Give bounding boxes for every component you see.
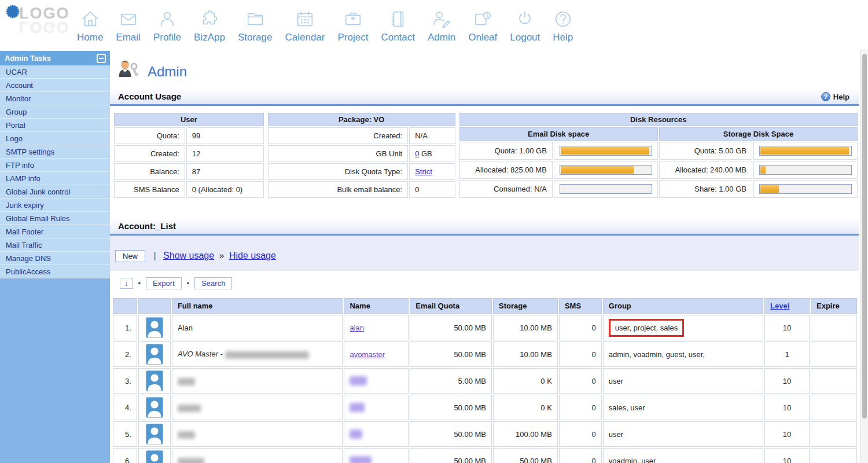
account-table: Full nameNameEmail QuotaStorageSMSGroupL… [112,297,858,463]
row-number: 5. [113,421,137,447]
nav-item-logout[interactable]: Logout [503,8,546,43]
nav-item-bizapp[interactable]: BizApp [187,8,231,43]
group-cell: user, project, sales [603,315,763,340]
question-icon [553,8,573,30]
sidebar-item-ftp-info[interactable]: FTP info [0,159,110,172]
user-avatar-icon[interactable] [144,344,165,365]
usage-value: 87 [186,163,264,180]
sidebar-item-publicaccess[interactable]: PublicAccess [0,265,110,278]
nav-item-profile[interactable]: Profile [147,8,187,43]
storage-cell: 100.00 MB [493,421,558,447]
usage-value-link[interactable]: Strict [415,167,432,176]
profile-icon [157,8,177,30]
usage-value: 12 [186,145,264,162]
user-avatar-icon[interactable] [144,317,165,338]
user-avatar-icon[interactable] [144,424,165,444]
nav-item-calendar[interactable]: Calendar [278,8,331,43]
home-icon [80,8,100,30]
sidebar-item-ucar[interactable]: UCAR [0,65,110,79]
expire-cell [811,315,857,340]
storage-cell: 0 K [493,368,558,394]
full-name: Alan [178,324,193,332]
account-row: 5.50.00 MB100.00 MB0user10 [113,421,857,447]
nav-item-project[interactable]: Project [331,8,374,43]
sidebar-header: Admin Tasks [0,51,110,65]
redacted-text [178,378,195,385]
nav-item-onleaf[interactable]: Onleaf [462,8,503,43]
sidebar-item-group[interactable]: Group [0,105,110,119]
sidebar-item-lamp-info[interactable]: LAMP info [0,172,110,185]
sidebar-item-smtp-settings[interactable]: SMTP settings [0,145,110,159]
package-table-row: Created:N/A [268,127,455,144]
sort-button[interactable]: ↓ [120,278,133,289]
user-avatar-icon[interactable] [144,450,165,463]
redacted-text [178,458,204,463]
level-cell: 1 [764,341,810,367]
package-table-row: Disk Quota Type:Strict [268,163,455,180]
account-name-link[interactable]: alan [350,324,364,332]
level-cell: 10 [764,315,810,340]
export-button[interactable]: Export [146,277,182,289]
storage-disk-label: Share: 1.00 GB [659,180,752,198]
nav-item-storage[interactable]: Storage [231,8,279,43]
sidebar-item-global-junk-control[interactable]: Global Junk control [0,185,110,199]
brand-area: LOGO LOGO [0,0,71,51]
list-toolbar: ↓ • Export • Search [120,277,868,289]
sidebar-item-mail-traffic[interactable]: Mail Traffic [0,238,110,252]
bullet-separator: • [187,279,190,288]
nav-item-email[interactable]: Email [109,8,147,43]
usage-label: Balance: [114,163,185,180]
email-disk-label: Consumed: N/A [459,180,553,198]
sidebar-item-account[interactable]: Account [0,79,110,92]
nav-item-contact[interactable]: Contact [374,8,421,43]
sidebar-item-global-email-rules[interactable]: Global Email Rules [0,212,110,225]
scrollbar-track[interactable] [860,49,868,463]
storage-cell: 0 K [493,395,558,420]
hide-usage-link[interactable]: Hide usage [229,251,276,260]
sidebar-item-monitor[interactable]: Monitor [0,92,110,105]
sidebar-item-portal[interactable]: Portal [0,119,110,132]
account-name-link[interactable]: avomaster [350,350,385,359]
full-name-cell [172,448,343,463]
admin-page-icon [117,59,140,84]
search-button[interactable]: Search [194,277,232,289]
redacted-text [350,403,365,412]
disk-resources-row: Quota: 1.00 GBQuota: 5.00 GB [459,142,858,160]
help-link[interactable]: ? Help [821,92,849,101]
nav-label: Calendar [285,32,325,43]
nav-item-admin[interactable]: Admin [421,8,462,43]
usage-bar-fill [760,166,766,174]
usage-tables: User Quota:99Created:12Balance:87SMS Bal… [113,112,859,199]
usage-value-link[interactable]: 0 [415,149,419,158]
user-avatar-icon[interactable] [144,370,165,391]
level-sort-link[interactable]: Level [770,302,789,310]
separator-pipe: | [153,251,156,260]
collapse-icon[interactable] [97,54,106,63]
sidebar-item-junk-expiry[interactable]: Junk expiry [0,199,110,212]
sidebar-item-logo[interactable]: Logo [0,132,110,145]
redacted-text [350,429,362,439]
expire-cell [811,368,857,394]
nav-item-home[interactable]: Home [71,8,109,43]
usage-value: Strict [409,163,455,180]
nav-label: Help [553,32,573,43]
name-cell [344,395,409,420]
scrollbar-thumb[interactable] [862,54,867,418]
nav-item-help[interactable]: Help [546,8,579,43]
account-row: 3.5.00 MB0 K0user10 [113,368,857,394]
storage-disk-label: Allocated: 240.00 MB [659,161,752,179]
expire-cell [811,395,857,420]
sidebar-item-mail-footer[interactable]: Mail Footer [0,225,110,238]
show-usage-link[interactable]: Show usage [163,251,214,260]
email-quota-cell: 50.00 MB [410,448,492,463]
usage-label: Disk Quota Type: [268,163,408,180]
clock-doc-icon [473,8,492,30]
user-table-row: SMS Balance0 (Allocated: 0) [114,181,264,198]
sidebar-item-manage-dns[interactable]: Manage DNS [0,252,110,265]
user-table-row: Balance:87 [114,163,264,180]
usage-value: 0 [409,181,455,198]
account-row: 6.50.00 MB50.00 MB0voadmin, user10 [113,448,857,463]
user-avatar-icon[interactable] [144,397,165,418]
redacted-text [225,351,309,359]
new-button[interactable]: New [115,250,145,262]
